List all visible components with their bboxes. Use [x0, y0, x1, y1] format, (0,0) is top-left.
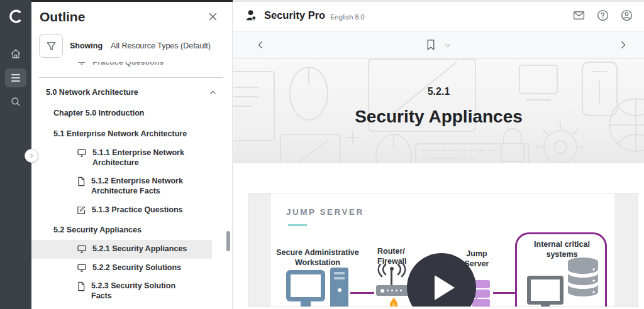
- tree-item-5-1-3[interactable]: 5.1.3 Practice Questions: [31, 201, 232, 220]
- tree-item-5-2[interactable]: 5.2 Security Appliances: [31, 219, 232, 240]
- workstation-tower-icon: [330, 268, 348, 307]
- router-pole: [391, 268, 392, 286]
- chevron-right-icon: [618, 40, 628, 50]
- filter-funnel-icon: [45, 40, 57, 52]
- router-icon: [376, 285, 410, 296]
- outline-title: Outline: [40, 9, 85, 24]
- lesson-banner: 5.2.1 Security Appliances: [233, 59, 644, 163]
- panel-top-strip: [31, 0, 233, 2]
- course-header: Security Pro English 8.0: [233, 0, 644, 31]
- mail-icon: [572, 9, 586, 22]
- account-button[interactable]: [620, 9, 633, 22]
- tree-item-label: Chapter 5.0 Introduction: [53, 109, 144, 117]
- database-icon: [566, 257, 600, 300]
- close-outline-button[interactable]: [208, 11, 218, 24]
- next-lesson-button[interactable]: [618, 40, 628, 50]
- tree-item-label: 5.2.3 Security Solution Facts: [91, 281, 191, 301]
- workstation-monitor-stand: [301, 301, 311, 307]
- lesson-content: JUMP SERVER Secure Administrative Workst…: [233, 163, 644, 307]
- outline-menu-button[interactable]: [5, 68, 26, 87]
- edit-icon: [77, 205, 86, 215]
- tree-section-5-0[interactable]: 5.0 Network Architecture: [31, 79, 232, 102]
- chevron-right-icon: [28, 153, 35, 159]
- main-top-strip: [233, 0, 644, 2]
- tree-item-label: 5.1.2 Enterprise Network Architecture Fa…: [91, 176, 191, 196]
- user-icon: [244, 8, 258, 23]
- filter-showing-label: Showing: [70, 41, 103, 50]
- monitor-icon: [77, 62, 87, 65]
- connection-line: [493, 292, 516, 294]
- home-icon: [10, 48, 21, 60]
- tree-item-label: 5.0 Network Architecture: [46, 88, 138, 97]
- monitor-icon: [77, 148, 87, 158]
- workstation-monitor-icon: [286, 270, 325, 301]
- outline-scrollbar[interactable]: [226, 231, 230, 251]
- tree-item-label: 5.1 Enterprise Network Architecture: [53, 129, 187, 138]
- tree-item-label: 5.2.1 Security Appliances: [92, 244, 187, 254]
- internal-systems-zone: Internal critical systems: [515, 232, 607, 307]
- tree-item-5-1-1[interactable]: 5.1.1 Enterprise Network Architecture: [31, 144, 232, 172]
- help-icon: [596, 9, 609, 22]
- account-icon: [620, 9, 633, 22]
- tree-item-label: 5.1.1 Enterprise Network Architecture: [92, 148, 192, 168]
- search-icon: [10, 96, 21, 107]
- tree-item-5-2-1[interactable]: 5.2.1 Security Appliances: [31, 240, 212, 259]
- chevron-up-icon[interactable]: [209, 89, 217, 97]
- outline-panel: Outline Showing All Resource Types (Defa…: [31, 0, 233, 309]
- main-area: Security Pro English 8.0: [233, 0, 644, 309]
- slide-title: JUMP SERVER: [286, 207, 364, 217]
- help-button[interactable]: [596, 9, 609, 22]
- close-icon: [208, 11, 218, 22]
- slide-title-underline: [288, 224, 307, 226]
- filter-button[interactable]: [39, 34, 63, 58]
- tree-item-5-1-2[interactable]: 5.1.2 Enterprise Network Architecture Fa…: [31, 172, 232, 200]
- home-button[interactable]: [5, 45, 26, 63]
- bookmark-icon: [426, 39, 436, 51]
- monitor-icon: [77, 244, 87, 254]
- tree-item-5-2-4[interactable]: 5.2.4 Security Zones: [31, 306, 232, 309]
- firewall-flame-icon: [387, 297, 400, 307]
- bookmark-button[interactable]: [426, 39, 436, 51]
- tree-item-label: 5.2.2 Security Solutions: [92, 263, 181, 273]
- internal-monitor-stand: [541, 305, 550, 307]
- search-button[interactable]: [5, 92, 26, 111]
- chevron-down-icon: [444, 41, 452, 49]
- outline-tree: 5.0 Network Architecture Chapter 5.0 Int…: [31, 79, 232, 309]
- course-edition: English 8.0: [330, 11, 364, 21]
- clipped-tree-row[interactable]: Practice Questions: [31, 62, 232, 71]
- lesson-number: 5.2.1: [233, 86, 644, 97]
- connection-line: [350, 292, 374, 294]
- messages-button[interactable]: [572, 9, 586, 22]
- bookmark-menu-button[interactable]: [444, 41, 452, 49]
- outline-divider: [39, 77, 223, 78]
- tree-item-5-2-2[interactable]: 5.2.2 Security Solutions: [31, 259, 232, 278]
- filter-value: All Resource Types (Default): [111, 41, 211, 50]
- lesson-title: Security Appliances: [233, 107, 644, 127]
- play-icon: [435, 275, 455, 300]
- tree-item-5-1[interactable]: 5.1 Enterprise Network Architecture: [31, 123, 232, 144]
- tree-item-5-2-3[interactable]: 5.2.3 Security Solution Facts: [31, 277, 232, 305]
- tree-item-label: 5.1.3 Practice Questions: [92, 205, 183, 215]
- c-logo-icon: [8, 8, 24, 24]
- tree-item-label: Practice Questions: [92, 62, 164, 67]
- panel-collapse-handle[interactable]: [25, 149, 38, 163]
- document-icon: [77, 176, 86, 187]
- menu-icon: [11, 74, 20, 82]
- video-player[interactable]: JUMP SERVER Secure Administrative Workst…: [248, 193, 638, 307]
- tree-item-chapter-intro[interactable]: Chapter 5.0 Introduction: [31, 102, 232, 123]
- course-title: Security Pro: [264, 9, 325, 21]
- monitor-icon: [77, 263, 87, 273]
- internal-monitor-icon: [527, 276, 564, 305]
- document-icon: [77, 281, 86, 291]
- lesson-toolbar: [233, 31, 644, 59]
- workstation-label: Secure Administrative Workstation: [267, 247, 368, 268]
- tree-item-label: 5.2 Security Appliances: [53, 225, 142, 234]
- brand-logo-c[interactable]: [0, 8, 31, 24]
